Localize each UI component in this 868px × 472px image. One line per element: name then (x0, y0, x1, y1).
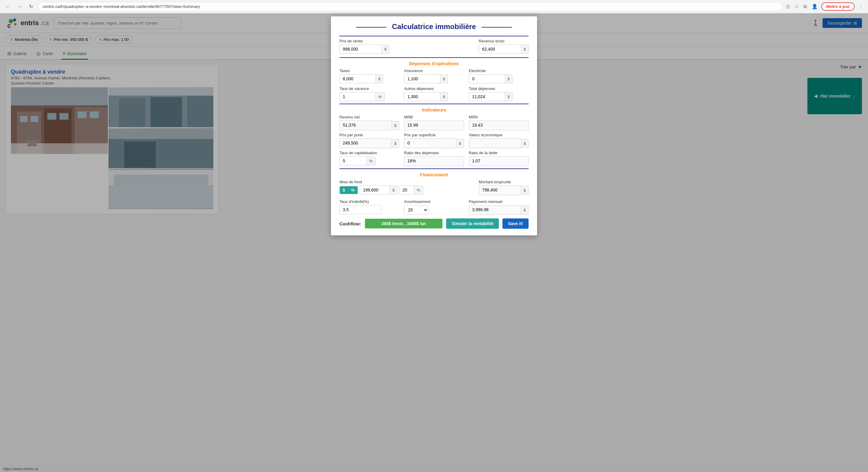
valeur-economique-unit: $ (521, 139, 529, 148)
ratio-dette-label: Ratio de la dette (469, 151, 529, 155)
ratio-depenses-value: 18% (404, 156, 464, 166)
indicateurs-grid: Revenu net 51,376 $ MRB 15.99 MRN 19.43 … (339, 115, 529, 166)
mrb-label: MRB (404, 115, 464, 119)
payement-mensuel-group: Payement mensuel 3,996.98 $ (469, 199, 529, 215)
assurance-unit: $ (440, 74, 447, 83)
revenus-bruts-input-row: $ (479, 44, 529, 54)
payement-mensuel-row: 3,996.98 $ (469, 205, 529, 215)
assurance-input-row: $ (404, 74, 464, 83)
back-button[interactable]: ← (4, 2, 12, 11)
financement-divider-top (339, 168, 529, 169)
mise-fond-dollar-button[interactable]: $ (340, 186, 348, 194)
taxes-group: Taxes $ (339, 68, 399, 83)
browser-chrome: ← → ↻ centris.ca/fr/quadruplex~a-vendre~… (0, 0, 868, 13)
revenus-bruts-label: Revenus bruts: (479, 39, 529, 43)
montant-emprunte-group: Montant emprunté 798,400 $ (479, 180, 529, 196)
revenus-bruts-input[interactable] (479, 44, 521, 54)
autres-depenses-input-row: $ (404, 92, 464, 101)
taux-interet-input[interactable] (339, 205, 382, 214)
cashflow-label: Cashflow: (339, 221, 361, 226)
valeur-economique-label: Valeur économique (469, 133, 529, 137)
prix-de-vente-input-row: $ (339, 44, 389, 54)
cashflow-value: 284$ /mois , 3408$ /an (365, 219, 443, 228)
financement-grid: Mise de fond $ % $ % (339, 180, 529, 196)
bookmark-icon[interactable]: ☆ (793, 2, 800, 10)
autres-depenses-group: Autres dépenses $ (404, 86, 464, 101)
mise-fond-percent-button[interactable]: % (348, 186, 358, 194)
taux-interet-label: Taux d'intérêt(%) (339, 199, 399, 204)
prix-par-porte-value: 249,500 (339, 138, 392, 148)
mrn-label: MRN (469, 115, 529, 119)
taux-capitalisation-input[interactable] (339, 156, 367, 165)
prix-par-superficie-value: 0 (404, 138, 457, 148)
update-button[interactable]: Mettre à jour (821, 2, 855, 10)
financement-grid-2: Taux d'intérêt(%) Amortissement 25 20 30… (339, 199, 529, 215)
total-depenses-input[interactable] (469, 92, 505, 101)
mise-fond-percent-unit: % (414, 186, 423, 194)
assurance-input[interactable] (404, 74, 440, 83)
montant-emprunte-row: 798,400 $ (479, 185, 529, 195)
electricite-input[interactable] (469, 74, 505, 83)
top-divider (339, 36, 529, 36)
taux-vacance-unit: % (376, 92, 384, 101)
montant-emprunte-label: Montant emprunté (479, 180, 529, 184)
prix-par-porte-label: Prix par porte (339, 133, 399, 137)
ratio-depenses-group: Ratio des dépenses 18% (404, 151, 464, 166)
taux-vacance-label: Taux de vacance (339, 86, 399, 91)
title-text: Calculatrice immobilière (392, 23, 476, 31)
revenu-net-label: Revenu net (339, 115, 399, 119)
electricite-input-row: $ (469, 74, 529, 83)
assurance-label: Assurance (404, 68, 464, 73)
ratio-dette-group: Ratio de la dette 1.07 (469, 151, 529, 166)
ratio-depenses-label: Ratio des dépenses (404, 151, 464, 155)
save-it-button[interactable]: Save it! (502, 218, 529, 229)
revenu-net-group: Revenu net 51,376 $ (339, 115, 399, 130)
valeur-economique-group: Valeur économique $ (469, 133, 529, 148)
mise-fond-amount-row: $ (360, 185, 397, 194)
url-bar[interactable]: centris.ca/fr/quadruplex~a-vendre~montre… (38, 2, 782, 11)
mise-fond-toggle: $ % (339, 186, 358, 194)
revenu-net-unit: $ (392, 121, 399, 130)
taux-vacance-input-row: % (339, 92, 399, 101)
autres-depenses-unit: $ (440, 92, 447, 101)
prix-par-superficie-unit: $ (457, 139, 464, 148)
forward-button[interactable]: → (15, 2, 24, 11)
mise-fond-percent-row: % (399, 185, 423, 194)
taux-vacance-input[interactable] (339, 92, 376, 101)
taxes-input[interactable] (339, 74, 376, 83)
amortissement-group: Amortissement 25 20 30 (404, 199, 464, 215)
mise-fond-percent-input[interactable] (399, 185, 414, 194)
reload-button[interactable]: ↻ (27, 2, 35, 11)
menu-icon[interactable]: ⋮ (857, 2, 864, 10)
revenu-net-row: 51,376 $ (339, 121, 399, 130)
mise-fond-amount-input[interactable] (360, 185, 390, 194)
ratio-dette-value: 1.07 (469, 156, 529, 166)
total-depenses-input-row: $ (469, 92, 529, 101)
revenus-bruts-unit: $ (521, 45, 529, 54)
montant-emprunte-value: 798,400 (479, 185, 521, 195)
prix-par-superficie-group: Prix par superficie 0 $ (404, 133, 464, 148)
assurance-group: Assurance $ (404, 68, 464, 83)
share-icon[interactable]: ⎙ (785, 3, 791, 10)
autres-depenses-input[interactable] (404, 92, 440, 101)
montant-emprunte-unit: $ (521, 186, 529, 195)
prix-de-vente-group: Prix de vente: $ (339, 39, 389, 54)
prix-de-vente-unit: $ (382, 45, 389, 54)
prix-par-porte-group: Prix par porte 249,500 $ (339, 133, 399, 148)
profile-icon[interactable]: 👤 (810, 2, 819, 10)
calculator-title: Calculatrice immobilière (339, 23, 529, 31)
amortissement-select[interactable]: 25 20 30 (404, 205, 428, 215)
taux-capitalisation-unit: % (367, 157, 375, 165)
indicateurs-divider-top (339, 104, 529, 104)
simuler-rentabilite-button[interactable]: Simuler la rentabilité (446, 218, 499, 229)
prix-par-superficie-row: 0 $ (404, 138, 464, 148)
extensions-icon[interactable]: ⧉ (802, 3, 808, 10)
electricite-label: Electricite (469, 68, 529, 73)
mrn-group: MRN 19.43 (469, 115, 529, 130)
amortissement-label: Amortissement (404, 199, 464, 204)
prix-de-vente-input[interactable] (339, 44, 382, 54)
mrn-value: 19.43 (469, 121, 529, 130)
depenses-section-title: Dépenses d'opérations (339, 61, 529, 66)
financement-spacer (428, 180, 474, 196)
autres-depenses-label: Autres dépenses (404, 86, 464, 91)
